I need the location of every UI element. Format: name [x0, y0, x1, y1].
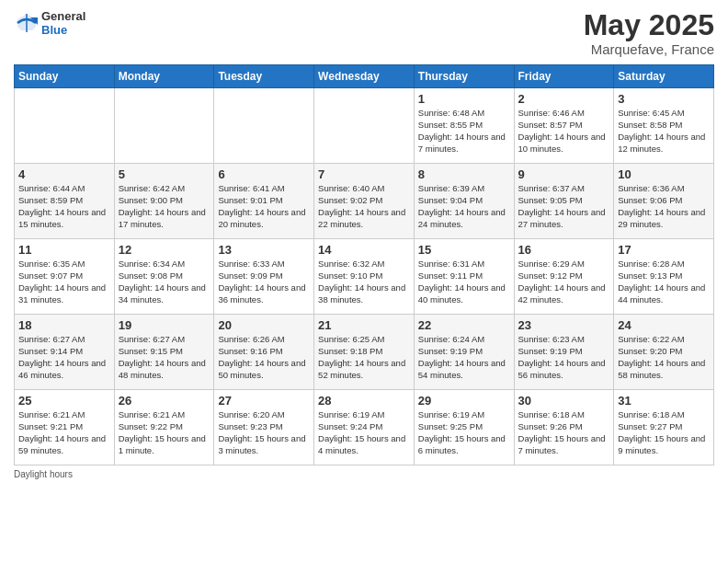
title-block: May 2025 Marquefave, France	[584, 9, 714, 57]
logo-icon	[14, 10, 40, 36]
calendar-cell: 26Sunrise: 6:21 AM Sunset: 9:22 PM Dayli…	[114, 390, 214, 465]
col-saturday: Saturday	[614, 65, 714, 88]
day-number: 19	[119, 318, 210, 332]
day-number: 26	[119, 394, 210, 408]
calendar-cell: 31Sunrise: 6:18 AM Sunset: 9:27 PM Dayli…	[614, 390, 714, 465]
calendar-cell: 7Sunrise: 6:40 AM Sunset: 9:02 PM Daylig…	[314, 164, 415, 239]
calendar-cell: 3Sunrise: 6:45 AM Sunset: 8:58 PM Daylig…	[614, 88, 714, 164]
calendar-cell: 24Sunrise: 6:22 AM Sunset: 9:20 PM Dayli…	[614, 315, 714, 390]
day-info: Sunrise: 6:22 AM Sunset: 9:20 PM Dayligh…	[618, 334, 710, 381]
day-number: 12	[119, 243, 210, 257]
day-info: Sunrise: 6:32 AM Sunset: 9:10 PM Dayligh…	[318, 259, 410, 305]
day-info: Sunrise: 6:18 AM Sunset: 9:27 PM Dayligh…	[618, 409, 710, 456]
calendar-header: Sunday Monday Tuesday Wednesday Thursday…	[15, 65, 714, 88]
calendar-table: Sunday Monday Tuesday Wednesday Thursday…	[14, 64, 714, 465]
day-number: 24	[618, 318, 710, 332]
calendar-week-0: 1Sunrise: 6:48 AM Sunset: 8:55 PM Daylig…	[15, 88, 714, 164]
calendar-cell: 15Sunrise: 6:31 AM Sunset: 9:11 PM Dayli…	[414, 239, 514, 315]
day-number: 21	[318, 318, 410, 332]
calendar-cell: 1Sunrise: 6:48 AM Sunset: 8:55 PM Daylig…	[414, 88, 514, 164]
day-number: 29	[418, 394, 510, 408]
calendar-cell: 19Sunrise: 6:27 AM Sunset: 9:15 PM Dayli…	[114, 315, 214, 390]
logo-blue: Blue	[41, 23, 85, 37]
day-info: Sunrise: 6:21 AM Sunset: 9:21 PM Dayligh…	[18, 409, 110, 456]
calendar-cell: 10Sunrise: 6:36 AM Sunset: 9:06 PM Dayli…	[614, 164, 714, 239]
col-friday: Friday	[514, 65, 614, 88]
day-info: Sunrise: 6:19 AM Sunset: 9:25 PM Dayligh…	[418, 409, 510, 456]
calendar-cell	[15, 88, 115, 164]
col-sunday: Sunday	[15, 65, 115, 88]
logo-text: General Blue	[41, 9, 85, 37]
day-number: 27	[218, 394, 310, 408]
calendar-cell: 25Sunrise: 6:21 AM Sunset: 9:21 PM Dayli…	[15, 390, 115, 465]
calendar-cell: 4Sunrise: 6:44 AM Sunset: 8:59 PM Daylig…	[15, 164, 115, 239]
day-info: Sunrise: 6:48 AM Sunset: 8:55 PM Dayligh…	[418, 108, 510, 155]
day-number: 15	[418, 243, 510, 257]
calendar-week-1: 4Sunrise: 6:44 AM Sunset: 8:59 PM Daylig…	[15, 164, 714, 239]
day-info: Sunrise: 6:31 AM Sunset: 9:11 PM Dayligh…	[418, 259, 510, 305]
day-info: Sunrise: 6:37 AM Sunset: 9:05 PM Dayligh…	[518, 183, 610, 230]
day-info: Sunrise: 6:44 AM Sunset: 8:59 PM Dayligh…	[18, 183, 110, 230]
calendar-cell	[214, 88, 314, 164]
subtitle: Marquefave, France	[584, 41, 714, 57]
day-number: 13	[218, 243, 310, 257]
calendar-cell: 28Sunrise: 6:19 AM Sunset: 9:24 PM Dayli…	[314, 390, 415, 465]
footer-text: Daylight hours	[14, 469, 73, 479]
day-number: 2	[518, 92, 610, 106]
day-info: Sunrise: 6:41 AM Sunset: 9:01 PM Dayligh…	[218, 183, 310, 230]
day-number: 17	[618, 243, 710, 257]
day-number: 4	[18, 167, 110, 181]
logo: General Blue	[14, 9, 85, 37]
day-info: Sunrise: 6:20 AM Sunset: 9:23 PM Dayligh…	[218, 409, 310, 456]
calendar-cell: 21Sunrise: 6:25 AM Sunset: 9:18 PM Dayli…	[314, 315, 415, 390]
calendar-cell: 8Sunrise: 6:39 AM Sunset: 9:04 PM Daylig…	[414, 164, 514, 239]
day-info: Sunrise: 6:19 AM Sunset: 9:24 PM Dayligh…	[318, 409, 410, 456]
day-number: 31	[618, 394, 710, 408]
calendar-cell: 29Sunrise: 6:19 AM Sunset: 9:25 PM Dayli…	[414, 390, 514, 465]
day-number: 8	[418, 167, 510, 181]
day-number: 20	[218, 318, 310, 332]
page: General Blue May 2025 Marquefave, France…	[0, 0, 728, 563]
calendar-cell: 18Sunrise: 6:27 AM Sunset: 9:14 PM Dayli…	[15, 315, 115, 390]
calendar-cell: 17Sunrise: 6:28 AM Sunset: 9:13 PM Dayli…	[614, 239, 714, 315]
day-number: 30	[518, 394, 610, 408]
header: General Blue May 2025 Marquefave, France	[14, 9, 714, 57]
calendar-week-3: 18Sunrise: 6:27 AM Sunset: 9:14 PM Dayli…	[15, 315, 714, 390]
day-number: 23	[518, 318, 610, 332]
day-info: Sunrise: 6:36 AM Sunset: 9:06 PM Dayligh…	[618, 183, 710, 230]
day-info: Sunrise: 6:40 AM Sunset: 9:02 PM Dayligh…	[318, 183, 410, 230]
calendar-cell: 30Sunrise: 6:18 AM Sunset: 9:26 PM Dayli…	[514, 390, 614, 465]
day-info: Sunrise: 6:21 AM Sunset: 9:22 PM Dayligh…	[119, 409, 210, 456]
header-row: Sunday Monday Tuesday Wednesday Thursday…	[15, 65, 714, 88]
day-info: Sunrise: 6:35 AM Sunset: 9:07 PM Dayligh…	[18, 259, 110, 305]
day-number: 5	[119, 167, 210, 181]
calendar-week-4: 25Sunrise: 6:21 AM Sunset: 9:21 PM Dayli…	[15, 390, 714, 465]
day-info: Sunrise: 6:25 AM Sunset: 9:18 PM Dayligh…	[318, 334, 410, 381]
day-number: 14	[318, 243, 410, 257]
calendar-cell	[314, 88, 415, 164]
day-number: 18	[18, 318, 110, 332]
calendar-cell: 22Sunrise: 6:24 AM Sunset: 9:19 PM Dayli…	[414, 315, 514, 390]
calendar-cell: 11Sunrise: 6:35 AM Sunset: 9:07 PM Dayli…	[15, 239, 115, 315]
day-number: 1	[418, 92, 510, 106]
day-info: Sunrise: 6:34 AM Sunset: 9:08 PM Dayligh…	[119, 259, 210, 305]
logo-general: General	[41, 9, 85, 23]
calendar-cell: 2Sunrise: 6:46 AM Sunset: 8:57 PM Daylig…	[514, 88, 614, 164]
footer: Daylight hours	[14, 469, 714, 479]
calendar-cell: 5Sunrise: 6:42 AM Sunset: 9:00 PM Daylig…	[114, 164, 214, 239]
calendar-body: 1Sunrise: 6:48 AM Sunset: 8:55 PM Daylig…	[15, 88, 714, 465]
calendar-cell: 16Sunrise: 6:29 AM Sunset: 9:12 PM Dayli…	[514, 239, 614, 315]
day-number: 3	[618, 92, 710, 106]
col-thursday: Thursday	[414, 65, 514, 88]
day-number: 7	[318, 167, 410, 181]
day-number: 6	[218, 167, 310, 181]
day-number: 10	[618, 167, 710, 181]
col-monday: Monday	[114, 65, 214, 88]
day-info: Sunrise: 6:18 AM Sunset: 9:26 PM Dayligh…	[518, 409, 610, 456]
day-number: 9	[518, 167, 610, 181]
calendar-cell: 14Sunrise: 6:32 AM Sunset: 9:10 PM Dayli…	[314, 239, 415, 315]
calendar-cell: 9Sunrise: 6:37 AM Sunset: 9:05 PM Daylig…	[514, 164, 614, 239]
day-info: Sunrise: 6:39 AM Sunset: 9:04 PM Dayligh…	[418, 183, 510, 230]
day-number: 28	[318, 394, 410, 408]
day-number: 22	[418, 318, 510, 332]
